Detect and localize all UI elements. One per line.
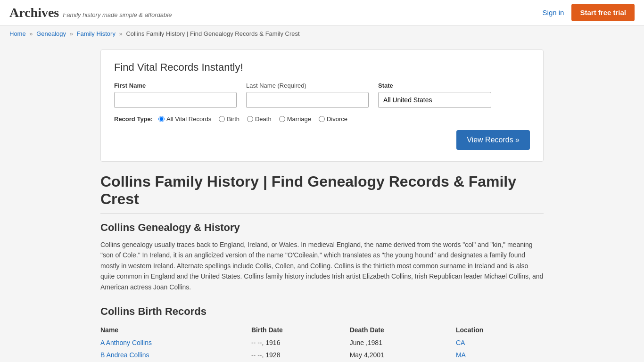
radio-death[interactable] (247, 116, 253, 122)
breadcrumb-home[interactable]: Home (9, 30, 26, 37)
first-name-group: First Name (114, 82, 237, 108)
header: Archives Family history made simple & af… (0, 0, 644, 25)
start-trial-button[interactable]: Start free trial (571, 4, 635, 21)
table-header-row: Name Birth Date Death Date Location (100, 323, 544, 337)
birth-records-title: Collins Birth Records (100, 305, 544, 318)
record-type-all[interactable]: All Vital Records (158, 115, 211, 123)
logo: Archives (9, 5, 59, 20)
breadcrumb-genealogy[interactable]: Genealogy (36, 30, 66, 37)
genealogy-section: Collins Genealogy & History Collins gene… (100, 222, 544, 292)
radio-birth[interactable] (219, 116, 225, 122)
genealogy-body: Collins genealogy usually traces back to… (100, 239, 544, 292)
record-type-label: Record Type: (114, 115, 153, 123)
breadcrumb-sep-1: » (29, 30, 33, 37)
location-link[interactable]: MA (456, 351, 466, 359)
cell-death: June ,1981 (350, 337, 456, 349)
last-name-label: Last Name (Required) (246, 82, 369, 89)
breadcrumb-current: Collins Family History | Find Genealogy … (126, 30, 299, 37)
header-left: Archives Family history made simple & af… (9, 5, 172, 20)
table-row: B Andrea Collins -- --, 1928 May 4,2001 … (100, 349, 544, 361)
location-link[interactable]: CA (456, 339, 465, 346)
state-label: State (378, 82, 491, 89)
main-content: Find Vital Records Instantly! First Name… (91, 42, 553, 362)
search-fields: First Name Last Name (Required) State (114, 82, 530, 108)
state-group: State (378, 82, 491, 108)
breadcrumb-sep-3: » (119, 30, 123, 37)
logo-tagline: Family history made simple & affordable (63, 11, 172, 18)
record-type-row: Record Type: All Vital Records Birth Dea… (114, 115, 530, 123)
first-name-label: First Name (114, 82, 237, 89)
birth-records-section: Collins Birth Records Name Birth Date De… (100, 305, 544, 361)
breadcrumb-family-history[interactable]: Family History (77, 30, 116, 37)
name-link[interactable]: A Anthony Collins (100, 339, 152, 346)
search-box: Find Vital Records Instantly! First Name… (100, 49, 544, 162)
col-location: Location (456, 323, 544, 337)
name-link[interactable]: B Andrea Collins (100, 351, 149, 359)
header-right: Sign in Start free trial (543, 4, 635, 21)
cell-location: MA (456, 349, 544, 361)
table-row: A Anthony Collins -- --, 1916 June ,1981… (100, 337, 544, 349)
page-title: Collins Family History | Find Genealogy … (100, 173, 544, 214)
record-type-death[interactable]: Death (247, 115, 272, 123)
cell-name: B Andrea Collins (100, 349, 251, 361)
view-records-button[interactable]: View Records » (456, 130, 530, 150)
last-name-input[interactable] (246, 92, 369, 108)
cell-birth: -- --, 1928 (251, 349, 350, 361)
col-birth-date: Birth Date (251, 323, 350, 337)
search-title: Find Vital Records Instantly! (114, 61, 530, 74)
state-input[interactable] (378, 92, 491, 108)
cell-birth: -- --, 1916 (251, 337, 350, 349)
record-type-marriage[interactable]: Marriage (279, 115, 311, 123)
breadcrumb: Home » Genealogy » Family History » Coll… (0, 25, 644, 42)
last-name-group: Last Name (Required) (246, 82, 369, 108)
cell-location: CA (456, 337, 544, 349)
birth-records-table: Name Birth Date Death Date Location A An… (100, 323, 544, 361)
radio-all-vital[interactable] (158, 116, 165, 122)
record-type-birth[interactable]: Birth (219, 115, 239, 123)
cell-name: A Anthony Collins (100, 337, 251, 349)
sign-in-link[interactable]: Sign in (543, 8, 564, 16)
radio-divorce[interactable] (319, 116, 325, 122)
col-death-date: Death Date (350, 323, 456, 337)
radio-marriage[interactable] (279, 116, 285, 122)
col-name: Name (100, 323, 251, 337)
genealogy-title: Collins Genealogy & History (100, 222, 544, 234)
first-name-input[interactable] (114, 92, 237, 108)
breadcrumb-sep-2: » (70, 30, 73, 37)
cell-death: May 4,2001 (350, 349, 456, 361)
record-type-divorce[interactable]: Divorce (319, 115, 347, 123)
